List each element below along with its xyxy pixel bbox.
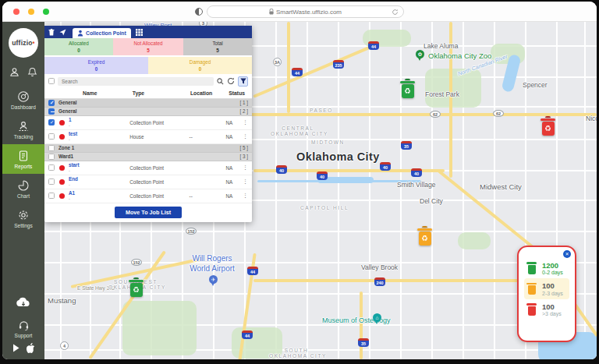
bin-marker-yellow[interactable]: ♻: [417, 226, 432, 246]
group-row-general-1[interactable]: General [ 1 ]: [44, 99, 252, 108]
refresh-icon[interactable]: [227, 77, 235, 85]
row-checkbox[interactable]: [48, 119, 55, 125]
item-name-link[interactable]: End: [69, 176, 78, 182]
group-row-ward1[interactable]: Ward1 [ 3 ]: [44, 153, 252, 161]
cloud-download-icon[interactable]: [15, 296, 32, 309]
map-label-spencer: Spencer: [523, 81, 548, 89]
sidebar: uffizio• Dashboard Tracking Reports: [2, 22, 44, 359]
tracking-icon: [17, 120, 30, 133]
reload-icon[interactable]: [392, 9, 399, 16]
browser-window: SmartWaste.uffizio.com uffizio• Dashboar…: [2, 2, 597, 359]
road: [400, 22, 402, 359]
row-checkbox[interactable]: [48, 164, 55, 171]
group-row-general-2[interactable]: General [ 2 ]: [44, 108, 252, 116]
sidebar-item-reports[interactable]: Reports: [2, 144, 44, 174]
table-row[interactable]: A1- Collection Point -- NA ⋮: [44, 189, 252, 203]
map-label-midtown: MIDTOWN: [311, 140, 345, 145]
shield-i44: 44: [247, 267, 258, 275]
group-checkbox[interactable]: [48, 100, 55, 106]
group-checkbox[interactable]: [48, 108, 55, 115]
move-to-job-list-button[interactable]: Move To Job List: [115, 207, 182, 218]
table-row[interactable]: 1- Collection Point NA ⋮: [44, 116, 252, 130]
shield-3a: 3A: [273, 58, 282, 66]
zoo-poi-pin[interactable]: ✿: [416, 50, 424, 58]
uffizio-logo: uffizio•: [9, 28, 38, 58]
chart-icon: [17, 179, 30, 192]
recycle-icon: ♻: [544, 124, 551, 133]
minimize-window-button[interactable]: [28, 9, 34, 15]
filter-button[interactable]: [238, 76, 248, 87]
green-bin-icon: [526, 262, 537, 274]
map-label-mustang: Mustang: [48, 296, 76, 305]
status-dot: [59, 134, 65, 140]
stat-damaged: Damaged0: [148, 57, 252, 74]
bin-age-legend: ✕ 12000-2 days 1002-3 days 100>3 days: [517, 246, 576, 342]
search-input[interactable]: [58, 77, 214, 86]
item-name-link[interactable]: start: [69, 162, 80, 168]
group-checkbox[interactable]: [48, 154, 55, 160]
group-checkbox[interactable]: [48, 145, 55, 151]
headset-icon: [18, 320, 30, 331]
item-name-link[interactable]: A1: [69, 190, 75, 196]
sidebar-item-chart[interactable]: Chart: [2, 174, 44, 203]
send-icon[interactable]: [59, 29, 66, 36]
table-row[interactable]: End- Collection Point NA ⋮: [44, 175, 252, 189]
map-label-oklahoma-city: Oklahoma City: [296, 150, 380, 163]
shield-i44: 44: [242, 330, 253, 339]
sidebar-item-support[interactable]: Support: [2, 320, 44, 343]
sidebar-item-settings[interactable]: Settings: [2, 203, 44, 233]
close-window-button[interactable]: [13, 9, 19, 15]
browser-chrome: SmartWaste.uffizio.com: [2, 2, 597, 22]
map-label-south-okc: SOUTHOKLAHOMA CITY: [269, 348, 324, 359]
row-menu-icon[interactable]: ⋮: [243, 119, 248, 125]
shield-i40: 40: [411, 168, 422, 177]
item-name-link[interactable]: test: [69, 131, 77, 136]
apple-icon[interactable]: [27, 343, 35, 353]
map-label-midwest-city: Midwest City: [480, 182, 522, 191]
stat-expired: Expired0: [44, 57, 148, 74]
close-icon[interactable]: ✕: [563, 250, 571, 258]
select-all-checkbox[interactable]: [48, 78, 55, 84]
user-icon[interactable]: [9, 67, 19, 77]
address-bar[interactable]: SmartWaste.uffizio.com: [207, 5, 404, 18]
sidebar-item-tracking[interactable]: Tracking: [2, 115, 44, 144]
bin-marker-green-2[interactable]: ♻: [129, 277, 144, 297]
airport-poi-pin[interactable]: ✈: [209, 275, 218, 284]
row-checkbox[interactable]: [48, 193, 55, 199]
grid-icon[interactable]: [136, 29, 143, 36]
bin-marker-red[interactable]: ♻: [541, 116, 555, 136]
bin-marker-green[interactable]: ♻: [400, 79, 415, 98]
item-name-link[interactable]: 1: [69, 117, 72, 122]
status-dot: [59, 179, 65, 185]
sidebar-item-dashboard[interactable]: Dashboard: [2, 85, 44, 115]
reports-icon: [17, 150, 30, 162]
shield-us152: 152: [186, 228, 197, 235]
reader-mode-icon[interactable]: [195, 8, 203, 16]
row-menu-icon[interactable]: ⋮: [243, 164, 248, 171]
row-menu-icon[interactable]: ⋮: [243, 193, 248, 199]
shield-i44: 44: [368, 41, 379, 50]
zoom-window-button[interactable]: [43, 9, 49, 15]
map-label-okc-zoo: Oklahoma City Zoo: [428, 51, 491, 60]
recycle-icon: ♻: [421, 234, 428, 242]
row-checkbox[interactable]: [48, 133, 55, 140]
shield-i44: 44: [292, 68, 303, 76]
google-play-icon[interactable]: [12, 344, 20, 352]
group-row-zone-1[interactable]: Zone 1 [ 5 ]: [44, 144, 252, 153]
gear-icon: [17, 209, 30, 221]
search-icon[interactable]: [217, 78, 224, 85]
row-checkbox[interactable]: [48, 178, 55, 185]
row-menu-icon[interactable]: ⋮: [243, 133, 248, 140]
bell-icon[interactable]: [27, 67, 37, 77]
map-canvas[interactable]: Wiley Post Lake Aluma Oklahoma City Zoo …: [44, 22, 597, 359]
row-menu-icon[interactable]: ⋮: [243, 178, 248, 185]
table-row[interactable]: start- Collection Point NA ⋮: [44, 161, 252, 175]
lock-icon: [269, 9, 274, 15]
table-row[interactable]: test- House -- NA ⋮: [44, 130, 252, 144]
trash-icon[interactable]: [48, 29, 55, 36]
tab-collection-point[interactable]: Collection Point: [73, 28, 131, 38]
map-label-lake-aluma: Lake Aluma: [424, 42, 458, 50]
museum-poi-pin[interactable]: ⌂: [373, 313, 381, 322]
park-area: [425, 69, 481, 108]
highway: [253, 279, 558, 282]
